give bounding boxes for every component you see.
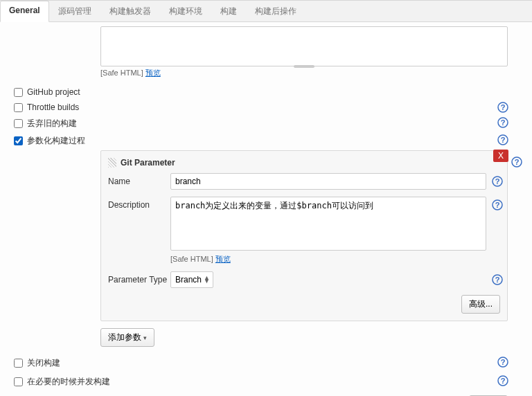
help-icon[interactable]: ? <box>492 199 503 210</box>
label-param-build: 参数化构建过程 <box>27 135 85 147</box>
svg-text:?: ? <box>501 358 506 366</box>
checkbox-disable-build[interactable] <box>14 359 23 368</box>
tab-scm[interactable]: 源码管理 <box>49 1 100 21</box>
git-parameter-panel: X ? Git Parameter Name ? Description [Sa… <box>100 150 508 321</box>
help-icon[interactable]: ? <box>497 134 508 145</box>
checkbox-param-build[interactable] <box>14 136 23 145</box>
description-label: Description <box>108 197 170 210</box>
svg-text:?: ? <box>501 377 506 385</box>
description-textarea[interactable] <box>170 197 486 251</box>
tab-env[interactable]: 构建环境 <box>160 1 211 21</box>
help-icon[interactable]: ? <box>511 156 522 168</box>
help-icon[interactable]: ? <box>492 274 503 285</box>
label-disable-build: 关闭构建 <box>27 357 60 369</box>
parameter-type-label: Parameter Type <box>108 271 170 285</box>
svg-text:?: ? <box>501 118 506 127</box>
tab-triggers[interactable]: 构建触发器 <box>100 1 160 21</box>
svg-text:?: ? <box>501 103 506 111</box>
checkbox-discard-old[interactable] <box>14 119 23 128</box>
drag-handle[interactable] <box>108 158 116 168</box>
help-icon[interactable]: ? <box>497 102 508 113</box>
svg-text:?: ? <box>495 201 500 209</box>
tab-general[interactable]: General <box>0 1 49 22</box>
help-icon[interactable]: ? <box>492 176 503 187</box>
svg-text:?: ? <box>495 177 500 186</box>
advanced-button-panel[interactable]: 高级... <box>461 295 500 314</box>
parameter-type-select[interactable]: Branch <box>174 273 211 286</box>
description-textarea[interactable] <box>100 26 508 66</box>
resize-handle[interactable] <box>294 65 314 68</box>
label-discard-old: 丢弃旧的构建 <box>27 118 77 129</box>
panel-title: Git Parameter <box>121 158 175 168</box>
add-parameter-button[interactable]: 添加参数 <box>100 328 154 347</box>
label-throttle-builds: Throttle builds <box>27 102 79 112</box>
label-github-project: GitHub project <box>27 87 80 97</box>
help-icon[interactable]: ? <box>497 375 508 386</box>
config-tabs: General 源码管理 构建触发器 构建环境 构建 构建后操作 <box>0 1 532 22</box>
general-options-2: 关闭构建 ? 在必要的时候并发构建 ? <box>14 355 518 390</box>
preview-link-desc[interactable]: 预览 <box>215 255 231 263</box>
svg-text:?: ? <box>501 136 506 144</box>
checkbox-concurrent[interactable] <box>14 377 23 386</box>
name-label: Name <box>108 173 170 186</box>
tab-build[interactable]: 构建 <box>211 1 246 21</box>
general-options: GitHub project Throttle builds ? 丢弃旧的构建 … <box>14 85 518 149</box>
label-concurrent: 在必要的时候并发构建 <box>27 376 110 388</box>
svg-text:?: ? <box>495 276 500 284</box>
help-icon[interactable]: ? <box>497 357 508 368</box>
svg-text:?: ? <box>515 158 520 166</box>
preview-link[interactable]: 预览 <box>145 69 161 77</box>
name-input[interactable] <box>170 173 486 190</box>
help-icon[interactable]: ? <box>497 117 508 128</box>
safe-html-note-desc: [Safe HTML] 预览 <box>170 254 486 264</box>
safe-html-note: [Safe HTML] 预览 <box>100 68 508 78</box>
tab-post[interactable]: 构建后操作 <box>246 1 305 21</box>
checkbox-throttle-builds[interactable] <box>14 103 23 112</box>
close-button[interactable]: X <box>493 150 508 162</box>
checkbox-github-project[interactable] <box>14 88 23 97</box>
